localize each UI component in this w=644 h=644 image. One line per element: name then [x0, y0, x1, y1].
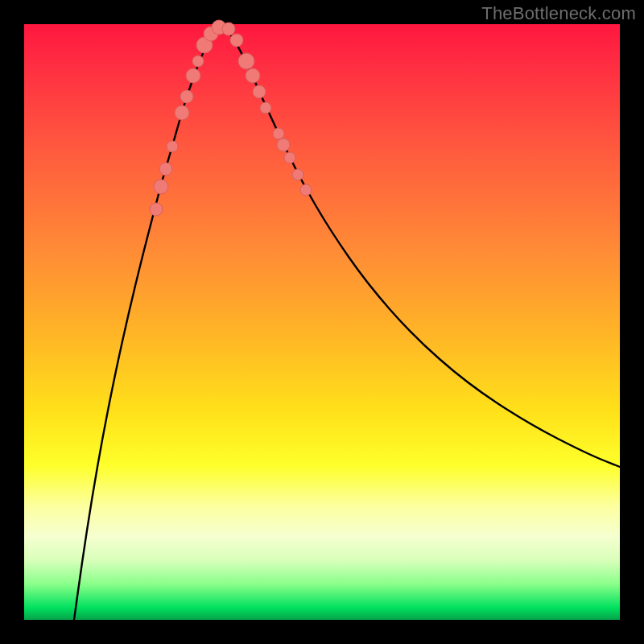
watermark-text: TheBottleneck.com: [481, 3, 636, 24]
data-dot: [150, 203, 163, 216]
data-dots: [150, 20, 312, 216]
data-dot: [253, 85, 266, 98]
data-dot: [273, 128, 284, 139]
data-dot: [246, 68, 260, 83]
data-dot: [175, 105, 189, 120]
data-dot: [284, 152, 295, 163]
data-dot: [180, 90, 193, 103]
chart-frame: TheBottleneck.com: [0, 0, 644, 644]
curve-right-branch: [224, 27, 620, 467]
data-dot: [230, 34, 243, 47]
data-dot: [222, 23, 235, 35]
data-dot: [192, 56, 204, 67]
data-dot: [167, 141, 178, 152]
data-dot: [159, 163, 172, 175]
curve-layer: [24, 24, 620, 620]
data-dot: [277, 138, 290, 151]
data-dot: [260, 102, 271, 114]
plot-area: [24, 24, 620, 620]
curve-left-branch: [74, 27, 217, 620]
data-dot: [186, 68, 200, 83]
data-dot: [154, 180, 168, 194]
data-dot: [238, 53, 254, 69]
data-dot: [292, 169, 303, 180]
data-dot: [300, 184, 312, 196]
